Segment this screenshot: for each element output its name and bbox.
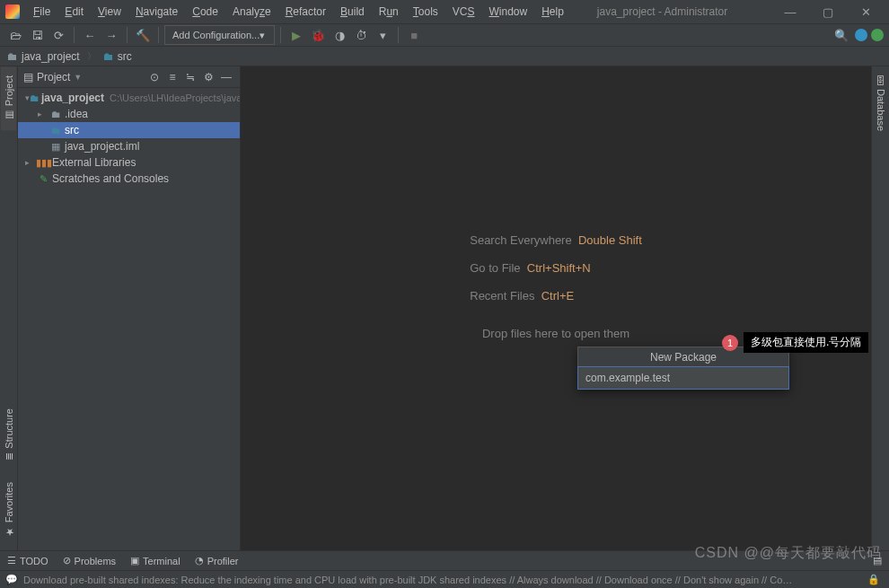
new-package-input[interactable] — [578, 367, 788, 389]
chevron-right-icon[interactable]: ▸ — [25, 158, 36, 167]
project-tool-window: ▤ Project ▼ ⊙ ≡ ≒ ⚙ — ▾ 🖿 java_project C… — [18, 66, 241, 550]
menu-code[interactable]: Code — [186, 3, 224, 21]
menu-tools[interactable]: Tools — [407, 3, 444, 21]
reload-icon[interactable]: ⟳ — [48, 25, 68, 45]
search-icon[interactable]: 🔍 — [832, 25, 851, 45]
add-configuration-dropdown[interactable]: Add Configuration... ▾ — [164, 25, 275, 45]
tree-label: java_project.iml — [65, 140, 139, 153]
bottom-tab-profiler[interactable]: ◔Profiler — [195, 555, 239, 566]
source-folder-icon: 🖿 — [48, 125, 63, 136]
project-view-selector[interactable]: ▤ Project ▼ — [23, 71, 82, 83]
scratches-icon: ✎ — [36, 173, 50, 185]
bottom-tab-todo[interactable]: ☰TODO — [7, 555, 48, 566]
forward-icon[interactable]: → — [101, 25, 121, 45]
coverage-icon[interactable]: ◑ — [330, 25, 349, 45]
debug-icon[interactable]: 🐞 — [308, 25, 328, 45]
accessibility-icon[interactable] — [871, 29, 884, 41]
iml-file-icon: ▦ — [48, 141, 63, 153]
menu-navigate[interactable]: Navigate — [129, 3, 184, 21]
maximize-button[interactable]: ▢ — [810, 2, 846, 22]
tool-tab-project[interactable]: ▤Project — [1, 66, 16, 130]
editor-hints: Search Everywhere Double Shift Go to Fil… — [470, 219, 642, 317]
tree-label: src — [65, 124, 79, 136]
window-title: java_project - Administrator — [597, 5, 727, 18]
select-opened-icon[interactable]: ⊙ — [146, 69, 163, 85]
menu-vcs[interactable]: VCS — [446, 3, 481, 21]
settings-icon[interactable]: ⚙ — [200, 69, 216, 85]
collapse-all-icon[interactable]: ≒ — [182, 69, 198, 85]
save-icon[interactable]: 🖫 — [27, 25, 47, 45]
bottom-tab-terminal[interactable]: ▣Terminal — [130, 555, 180, 566]
todo-icon: ☰ — [7, 555, 16, 566]
tool-tab-database[interactable]: 🗄Database — [874, 66, 888, 140]
breadcrumb[interactable]: 🖿 java_project 〉 🖿 src — [7, 50, 132, 63]
status-message[interactable]: Download pre-built shared indexes: Reduc… — [23, 575, 796, 585]
left-tool-gutter: ▤Project ≣Structure ★Favorites — [0, 66, 18, 550]
tree-node-src[interactable]: 🖿 src — [18, 122, 240, 138]
minimize-button[interactable]: — — [772, 2, 808, 22]
menu-view[interactable]: View — [92, 3, 128, 21]
status-bar: 💬 Download pre-built shared indexes: Red… — [0, 570, 889, 588]
profile-icon[interactable]: ⏱ — [351, 25, 371, 45]
bottom-tab-problems[interactable]: ⊘Problems — [63, 555, 116, 566]
menu-file[interactable]: File — [27, 3, 57, 21]
hint-goto-label: Go to File — [470, 261, 520, 275]
run-icon[interactable]: ▶ — [286, 25, 306, 45]
close-button[interactable]: ✕ — [848, 2, 884, 22]
folder-icon: 🖿 — [7, 50, 18, 63]
dropdown-icon[interactable]: ▾ — [373, 25, 392, 45]
lock-icon[interactable]: 🔒 — [867, 574, 880, 585]
tool-tab-structure[interactable]: ≣Structure — [1, 399, 16, 470]
back-icon[interactable]: ← — [80, 25, 100, 45]
tree-root[interactable]: ▾ 🖿 java_project C:\Users\LH\IdeaProject… — [18, 90, 240, 106]
terminal-icon: ▣ — [130, 555, 139, 566]
menu-window[interactable]: Window — [482, 3, 533, 21]
hide-panel-icon[interactable]: — — [218, 69, 234, 85]
project-panel-header: ▤ Project ▼ ⊙ ≡ ≒ ⚙ — — [18, 66, 240, 88]
main-menu: File Edit View Navigate Code Analyze Ref… — [27, 3, 570, 21]
tree-root-path: C:\Users\LH\IdeaProjects\java_project — [110, 92, 240, 103]
tree-node-external-libraries[interactable]: ▸ ▮▮▮ External Libraries — [18, 154, 240, 171]
editor-empty-area: Search Everywhere Double Shift Go to Fil… — [241, 66, 871, 550]
module-icon: 🖿 — [30, 92, 40, 103]
sync-indicator-icon[interactable] — [855, 29, 867, 41]
add-configuration-label: Add Configuration... — [172, 30, 260, 40]
menu-run[interactable]: Run — [373, 3, 405, 21]
stop-icon[interactable]: ■ — [404, 25, 424, 45]
chevron-right-icon[interactable]: ▸ — [38, 110, 48, 118]
status-message-icon[interactable]: 💬 — [5, 574, 18, 585]
annotation-callout: 1 多级包直接使用.号分隔 — [722, 332, 868, 353]
chevron-right-icon: 〉 — [87, 50, 96, 63]
tool-tab-favorites[interactable]: ★Favorites — [1, 473, 16, 547]
project-tree[interactable]: ▾ 🖿 java_project C:\Users\LH\IdeaProject… — [18, 88, 240, 550]
tree-node-idea[interactable]: ▸ 🖿 .idea — [18, 106, 240, 122]
tree-root-label: java_project — [41, 92, 104, 104]
menu-refactor[interactable]: Refactor — [279, 3, 332, 21]
tree-node-iml[interactable]: ▦ java_project.iml — [18, 138, 240, 154]
tree-label: External Libraries — [52, 156, 136, 169]
breadcrumb-child: src — [118, 50, 132, 63]
problems-icon: ⊘ — [63, 555, 71, 566]
build-icon[interactable]: 🔨 — [133, 25, 153, 45]
tree-node-scratches[interactable]: ✎ Scratches and Consoles — [18, 171, 240, 187]
folder-icon: 🖿 — [103, 50, 114, 63]
menu-analyze[interactable]: Analyze — [226, 3, 277, 21]
window-controls: — ▢ ✕ — [772, 2, 884, 22]
main-area: ▤Project ≣Structure ★Favorites ▤ Project… — [0, 66, 889, 550]
chevron-down-icon: ▼ — [74, 73, 82, 82]
open-icon[interactable]: 🗁 — [5, 25, 25, 45]
menu-help[interactable]: Help — [535, 3, 570, 21]
drop-files-hint: Drop files here to open them — [482, 327, 629, 340]
project-header-label: Project — [37, 71, 70, 83]
project-list-icon: ▤ — [23, 71, 33, 83]
menu-edit[interactable]: Edit — [58, 3, 90, 21]
expand-all-icon[interactable]: ≡ — [164, 69, 180, 85]
breadcrumb-root: java_project — [22, 50, 80, 63]
tree-label: Scratches and Consoles — [52, 172, 169, 185]
toolbar: 🗁 🖫 ⟳ ← → 🔨 Add Configuration... ▾ ▶ 🐞 ◑… — [0, 23, 889, 47]
navigation-bar: 🖿 java_project 〉 🖿 src — [0, 47, 889, 66]
hint-recent-label: Recent Files — [470, 289, 534, 303]
menu-build[interactable]: Build — [334, 3, 371, 21]
profiler-icon: ◔ — [195, 555, 204, 566]
annotation-text: 多级包直接使用.号分隔 — [744, 332, 868, 353]
